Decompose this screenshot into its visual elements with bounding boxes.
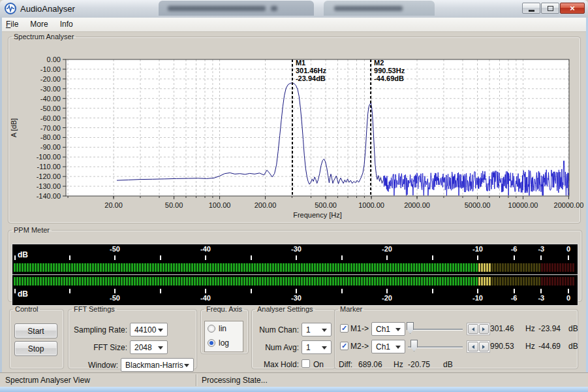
svg-text:Frequency [Hz]: Frequency [Hz] bbox=[293, 211, 342, 219]
log-label: log bbox=[219, 338, 229, 348]
ppm-scale-tick bbox=[477, 289, 478, 293]
ppm-scale-label: -6 bbox=[503, 294, 525, 302]
m2-checkbox[interactable]: ✓ bbox=[340, 342, 348, 350]
fft-size-value: 2048 bbox=[134, 343, 152, 352]
ppm-meter-channel-2: dB-50-40-30-20-10-6-30 bbox=[12, 274, 578, 306]
m1-channel-select[interactable]: Ch1 bbox=[371, 322, 405, 336]
lin-radio[interactable] bbox=[208, 325, 215, 333]
dropdown-arrow-icon bbox=[322, 329, 327, 332]
spectrum-plot[interactable]: 0.00-10.00-20.00-30.00-40.00-50.00-60.00… bbox=[10, 52, 585, 228]
svg-text:5000.00: 5000.00 bbox=[465, 201, 491, 209]
ppm-scale-label: -3 bbox=[530, 294, 552, 302]
ppm-scale-tick bbox=[514, 289, 515, 293]
svg-text:-70.00: -70.00 bbox=[40, 124, 61, 132]
dropdown-arrow-icon bbox=[395, 346, 401, 349]
close-icon: × bbox=[570, 3, 575, 13]
ppm-scale-tick bbox=[69, 255, 70, 260]
num-chan-value: 1 bbox=[306, 325, 311, 335]
freq-axis-panel: lin log bbox=[204, 321, 243, 352]
menubar: FileMoreInfo bbox=[0, 18, 588, 32]
sampling-rate-select[interactable]: 44100 bbox=[130, 323, 168, 336]
ppm-scale-tick bbox=[14, 255, 16, 260]
dropdown-arrow-icon bbox=[158, 329, 163, 332]
close-button[interactable]: × bbox=[560, 3, 585, 14]
m1-checkbox[interactable]: ✓ bbox=[340, 324, 348, 333]
m2-step-left-button[interactable] bbox=[468, 342, 478, 351]
svg-text:500.00: 500.00 bbox=[315, 201, 337, 209]
freq-axis-group-label: Frequ. Axis bbox=[204, 305, 244, 313]
window-select[interactable]: Blackman-Harris bbox=[121, 358, 194, 372]
start-button[interactable]: Start bbox=[14, 323, 57, 338]
ppm-scale-label: -40 bbox=[194, 294, 217, 302]
svg-text:20000.00: 20000.00 bbox=[554, 201, 584, 209]
right-arrow-icon bbox=[482, 327, 485, 331]
m1-arrow-label: -> bbox=[362, 324, 369, 333]
fft-group-label: FFT Settings bbox=[72, 305, 117, 313]
stop-button[interactable]: Stop bbox=[14, 341, 57, 356]
minimize-button[interactable] bbox=[522, 3, 540, 14]
minimize-icon bbox=[529, 10, 534, 12]
diff-freq-unit: Hz bbox=[394, 360, 403, 369]
svg-text:-60.00: -60.00 bbox=[40, 114, 61, 122]
svg-text:-80.00: -80.00 bbox=[40, 133, 61, 141]
window-bottom-border bbox=[0, 387, 588, 392]
ppm-scale-tick bbox=[114, 289, 116, 293]
ppm-scale-tick bbox=[432, 289, 433, 293]
max-hold-label: Max Hold: bbox=[255, 360, 299, 369]
log-radio[interactable] bbox=[208, 339, 215, 347]
svg-text:-100.00: -100.00 bbox=[37, 153, 61, 161]
svg-text:-130.00: -130.00 bbox=[37, 182, 61, 190]
svg-text:-40.00: -40.00 bbox=[40, 95, 61, 103]
window-value: Blackman-Harris bbox=[125, 361, 183, 370]
max-hold-checkbox[interactable] bbox=[302, 359, 310, 368]
dropdown-arrow-icon bbox=[158, 346, 163, 350]
num-avg-select[interactable]: 1 bbox=[302, 340, 332, 354]
svg-text:-90.00: -90.00 bbox=[40, 143, 61, 151]
m2-slider-thumb[interactable] bbox=[410, 340, 418, 351]
m1-freq-value: 301.46 bbox=[490, 324, 514, 333]
num-avg-label: Num Avg: bbox=[255, 343, 299, 352]
num-chan-label: Num Chan: bbox=[255, 325, 299, 335]
m1-channel-value: Ch1 bbox=[376, 325, 390, 334]
m1-slider-track[interactable] bbox=[408, 329, 463, 330]
m2-step-right-button[interactable] bbox=[479, 342, 489, 351]
status-left: Spectrum Analyser View bbox=[5, 376, 90, 385]
menu-item-file[interactable]: File bbox=[0, 18, 24, 31]
ppm-scale-tick bbox=[296, 289, 297, 293]
control-group: Control Start Stop bbox=[9, 305, 64, 369]
statusbar: Spectrum Analyser View Processing State.… bbox=[0, 372, 588, 387]
ppm-scale-tick bbox=[69, 289, 70, 293]
svg-text:1000.00: 1000.00 bbox=[358, 201, 384, 209]
background-tab-2 bbox=[324, 1, 435, 16]
ppm-scale-label: -6 bbox=[503, 245, 525, 253]
ppm-scale-tick bbox=[296, 255, 297, 260]
m1-step-right-button[interactable] bbox=[479, 324, 489, 334]
ppm-scale-tick bbox=[160, 289, 161, 293]
sampling-rate-label: Sampling Rate: bbox=[71, 325, 127, 335]
svg-text:2000.00: 2000.00 bbox=[404, 201, 430, 209]
svg-text:A [dB]: A [dB] bbox=[10, 118, 18, 137]
window-left-border bbox=[0, 18, 2, 387]
ppm-scale-tick bbox=[341, 289, 343, 293]
window-title: AudioAnalyser bbox=[20, 4, 75, 14]
m2-channel-select[interactable]: Ch1 bbox=[371, 340, 405, 353]
svg-text:50.00: 50.00 bbox=[165, 201, 183, 209]
maximize-button[interactable] bbox=[541, 3, 559, 14]
ppm-scale-tick bbox=[251, 255, 252, 260]
ppm-scale-tick bbox=[432, 255, 433, 260]
menu-item-info[interactable]: Info bbox=[54, 18, 79, 31]
m2-channel-value: Ch1 bbox=[376, 342, 390, 351]
dropdown-arrow-icon bbox=[184, 364, 189, 367]
m1-slider-thumb[interactable] bbox=[407, 322, 414, 334]
ppm-scale-label: -20 bbox=[376, 294, 398, 302]
sampling-rate-value: 44100 bbox=[134, 325, 156, 335]
num-chan-select[interactable]: 1 bbox=[302, 323, 332, 336]
menu-item-more[interactable]: More bbox=[24, 18, 54, 31]
fft-size-select[interactable]: 2048 bbox=[130, 340, 168, 354]
ppm-scale-tick bbox=[386, 289, 388, 293]
dropdown-arrow-icon bbox=[395, 328, 401, 331]
svg-text:-50.00: -50.00 bbox=[40, 105, 61, 112]
m1-step-left-button[interactable] bbox=[468, 324, 478, 334]
ppm-scale-tick bbox=[251, 289, 252, 293]
ppm-scale-label: -50 bbox=[104, 245, 126, 253]
